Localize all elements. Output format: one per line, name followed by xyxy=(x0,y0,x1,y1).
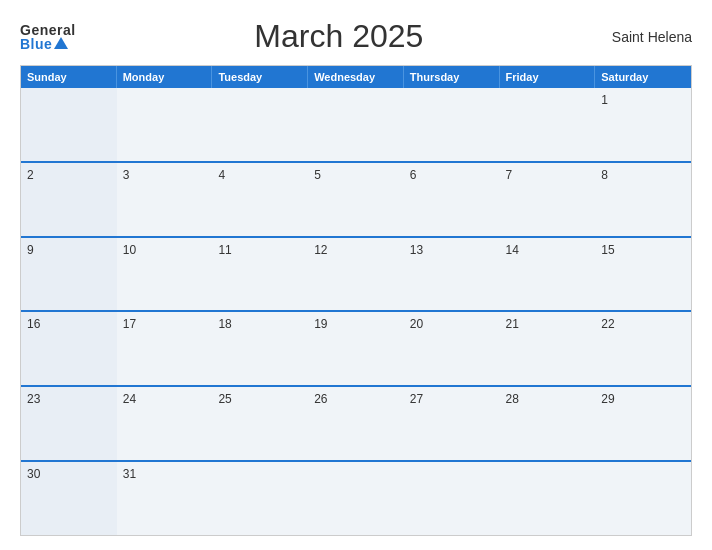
logo: General Blue xyxy=(20,23,76,51)
cell-w3-d6: 14 xyxy=(500,238,596,311)
day-number: 20 xyxy=(410,317,494,331)
cell-w4-d4: 19 xyxy=(308,312,404,385)
cell-w4-d3: 18 xyxy=(212,312,308,385)
day-number: 7 xyxy=(506,168,590,182)
day-number: 31 xyxy=(123,467,207,481)
day-number: 15 xyxy=(601,243,685,257)
calendar-page: General Blue March 2025 Saint Helena Sun… xyxy=(0,0,712,550)
cell-w1-d4 xyxy=(308,88,404,161)
cell-w4-d5: 20 xyxy=(404,312,500,385)
calendar-title: March 2025 xyxy=(76,18,602,55)
day-number: 19 xyxy=(314,317,398,331)
cell-w4-d7: 22 xyxy=(595,312,691,385)
day-number: 9 xyxy=(27,243,111,257)
day-header-thursday: Thursday xyxy=(404,66,500,88)
logo-blue-text: Blue xyxy=(20,37,68,51)
cell-w5-d1: 23 xyxy=(21,387,117,460)
cell-w1-d5 xyxy=(404,88,500,161)
cell-w5-d3: 25 xyxy=(212,387,308,460)
day-number: 18 xyxy=(218,317,302,331)
cell-w4-d1: 16 xyxy=(21,312,117,385)
cell-w6-d4 xyxy=(308,462,404,535)
day-number: 23 xyxy=(27,392,111,406)
cell-w5-d7: 29 xyxy=(595,387,691,460)
cell-w6-d2: 31 xyxy=(117,462,213,535)
week-1: 1 xyxy=(21,88,691,161)
cell-w6-d5 xyxy=(404,462,500,535)
day-number: 16 xyxy=(27,317,111,331)
cell-w3-d5: 13 xyxy=(404,238,500,311)
week-6: 3031 xyxy=(21,460,691,535)
day-number: 1 xyxy=(601,93,685,107)
logo-general-text: General xyxy=(20,23,76,37)
cell-w2-d7: 8 xyxy=(595,163,691,236)
cell-w4-d6: 21 xyxy=(500,312,596,385)
week-2: 2345678 xyxy=(21,161,691,236)
calendar-header: General Blue March 2025 Saint Helena xyxy=(20,18,692,55)
cell-w3-d7: 15 xyxy=(595,238,691,311)
cell-w6-d6 xyxy=(500,462,596,535)
day-number: 5 xyxy=(314,168,398,182)
days-header: Sunday Monday Tuesday Wednesday Thursday… xyxy=(21,66,691,88)
cell-w1-d1 xyxy=(21,88,117,161)
day-number: 24 xyxy=(123,392,207,406)
cell-w5-d6: 28 xyxy=(500,387,596,460)
day-header-monday: Monday xyxy=(117,66,213,88)
day-number: 14 xyxy=(506,243,590,257)
day-number: 10 xyxy=(123,243,207,257)
cell-w4-d2: 17 xyxy=(117,312,213,385)
cell-w3-d2: 10 xyxy=(117,238,213,311)
cell-w3-d3: 11 xyxy=(212,238,308,311)
day-header-saturday: Saturday xyxy=(595,66,691,88)
cell-w2-d3: 4 xyxy=(212,163,308,236)
cell-w2-d2: 3 xyxy=(117,163,213,236)
day-number: 13 xyxy=(410,243,494,257)
day-number: 4 xyxy=(218,168,302,182)
cell-w6-d3 xyxy=(212,462,308,535)
cell-w1-d2 xyxy=(117,88,213,161)
day-number: 11 xyxy=(218,243,302,257)
day-number: 29 xyxy=(601,392,685,406)
cell-w2-d1: 2 xyxy=(21,163,117,236)
day-number: 28 xyxy=(506,392,590,406)
calendar-weeks: 1234567891011121314151617181920212223242… xyxy=(21,88,691,535)
cell-w2-d5: 6 xyxy=(404,163,500,236)
cell-w5-d2: 24 xyxy=(117,387,213,460)
location-label: Saint Helena xyxy=(602,29,692,45)
day-number: 12 xyxy=(314,243,398,257)
cell-w3-d1: 9 xyxy=(21,238,117,311)
day-header-tuesday: Tuesday xyxy=(212,66,308,88)
day-number: 26 xyxy=(314,392,398,406)
day-number: 27 xyxy=(410,392,494,406)
day-number: 3 xyxy=(123,168,207,182)
day-number: 6 xyxy=(410,168,494,182)
day-header-friday: Friday xyxy=(500,66,596,88)
day-number: 25 xyxy=(218,392,302,406)
cell-w1-d3 xyxy=(212,88,308,161)
day-number: 22 xyxy=(601,317,685,331)
cell-w1-d6 xyxy=(500,88,596,161)
day-header-wednesday: Wednesday xyxy=(308,66,404,88)
week-4: 16171819202122 xyxy=(21,310,691,385)
day-number: 17 xyxy=(123,317,207,331)
week-3: 9101112131415 xyxy=(21,236,691,311)
day-number: 21 xyxy=(506,317,590,331)
day-number: 2 xyxy=(27,168,111,182)
cell-w3-d4: 12 xyxy=(308,238,404,311)
cell-w2-d6: 7 xyxy=(500,163,596,236)
cell-w6-d7 xyxy=(595,462,691,535)
day-number: 30 xyxy=(27,467,111,481)
week-5: 23242526272829 xyxy=(21,385,691,460)
cell-w1-d7: 1 xyxy=(595,88,691,161)
calendar-grid: Sunday Monday Tuesday Wednesday Thursday… xyxy=(20,65,692,536)
cell-w6-d1: 30 xyxy=(21,462,117,535)
cell-w5-d5: 27 xyxy=(404,387,500,460)
cell-w2-d4: 5 xyxy=(308,163,404,236)
day-header-sunday: Sunday xyxy=(21,66,117,88)
day-number: 8 xyxy=(601,168,685,182)
cell-w5-d4: 26 xyxy=(308,387,404,460)
logo-triangle-icon xyxy=(54,37,68,49)
